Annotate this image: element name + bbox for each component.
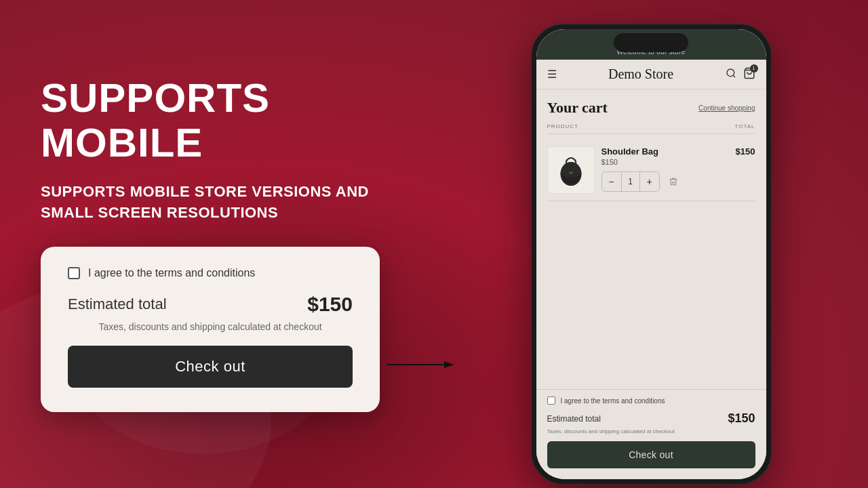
phone-product-row: Shoulder Bag $150 − 1 + [547,140,755,201]
phone-tax-note: Taxes, discounts and shipping calculated… [547,428,755,434]
phone-product-image [547,146,595,194]
left-panel: SUPPORTS MOBILE SUPPORTS MOBILE STORE VE… [0,35,434,453]
card-tax-note: Taxes, discounts and shipping calculated… [68,321,353,332]
phone-product-details: Shoulder Bag $150 − 1 + [601,146,729,192]
phone-estimated-label: Estimated total [547,414,601,424]
cart-icon[interactable]: 1 [743,67,755,82]
connector-line [387,354,454,375]
phone-col-headers: PRODUCT TOTAL [547,123,755,134]
phone-agree-label: I agree to the terms and conditions [561,397,665,405]
phone-header: ☰ Demo Store [536,60,766,89]
cart-card: I agree to the terms and conditions Esti… [41,247,380,412]
phone-notch [614,33,688,52]
sub-title: SUPPORTS MOBILE STORE VERSIONS AND SMALL… [41,182,393,224]
right-panel: Welcome to our store ☰ Demo Store [434,3,868,485]
phone-agree-checkbox[interactable] [547,396,555,405]
card-agree-label: I agree to the terms and conditions [88,267,255,279]
phone-continue-link[interactable]: Continue shopping [698,104,755,112]
card-checkout-button[interactable]: Check out [68,346,353,388]
phone-qty-value: 1 [621,172,640,191]
cart-badge: 1 [750,64,758,73]
svg-point-9 [570,171,572,174]
svg-line-3 [733,75,735,77]
phone-col-product: PRODUCT [547,123,579,129]
card-estimated-label: Estimated total [68,296,167,313]
phone-product-name: Shoulder Bag [601,146,729,157]
phone-cart-body: Your cart Continue shopping PRODUCT TOTA… [536,89,766,389]
phone-qty-decrease[interactable]: − [602,172,621,191]
phone-qty-control: − 1 + [601,171,660,192]
phone-cart-bottom: I agree to the terms and conditions Esti… [536,389,766,479]
card-container: I agree to the terms and conditions Esti… [41,247,393,412]
card-total-row: Estimated total $150 [68,293,353,316]
phone-estimated-price: $150 [728,411,755,426]
card-agree-checkbox[interactable] [68,267,80,279]
phone-cart-header: Your cart Continue shopping [547,99,755,117]
phone-product-total: $150 [736,146,755,157]
phone-col-total: TOTAL [734,123,755,129]
phone-screen: Welcome to our store ☰ Demo Store [536,29,766,479]
phone-product-price: $150 [601,158,729,166]
phone-product-right: $150 [736,146,755,157]
phone-delete-button[interactable] [665,174,682,190]
phone-qty-increase[interactable]: + [640,172,659,191]
phone-screen-inner: Welcome to our store ☰ Demo Store [536,29,766,479]
card-estimated-price: $150 [307,293,353,316]
phone-estimated-row: Estimated total $150 [547,411,755,426]
search-icon[interactable] [726,68,736,81]
phone-store-name: Demo Store [608,66,673,82]
svg-marker-1 [444,361,454,368]
phone-cart-title: Your cart [547,99,608,117]
svg-point-2 [727,69,734,77]
main-title: SUPPORTS MOBILE [41,76,393,165]
phone-header-icons: 1 [726,67,755,82]
phone-checkout-button[interactable]: Check out [547,441,755,468]
hamburger-icon[interactable]: ☰ [547,68,557,81]
card-agree-row: I agree to the terms and conditions [68,267,353,279]
phone-mockup: Welcome to our store ☰ Demo Store [531,24,772,485]
phone-agree-row: I agree to the terms and conditions [547,396,755,405]
